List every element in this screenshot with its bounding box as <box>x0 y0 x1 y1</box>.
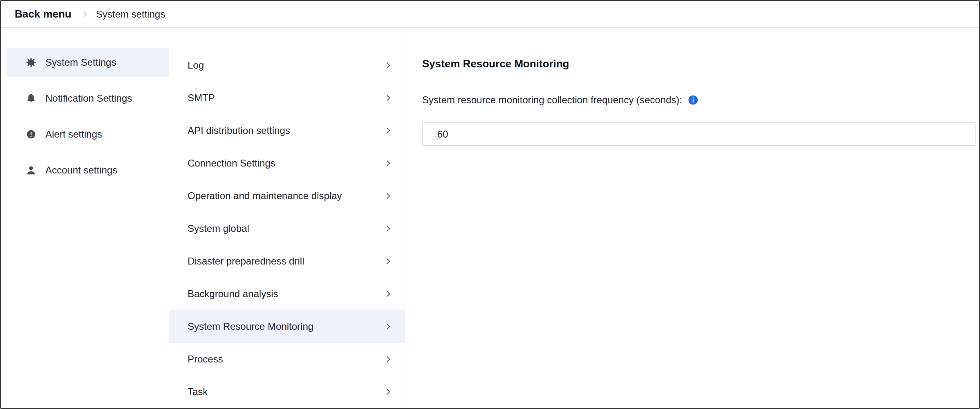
menu-item-label: Connection Settings <box>188 158 275 169</box>
menu-item-disaster-preparedness-drill[interactable]: Disaster preparedness drill <box>169 245 405 278</box>
menu-item-label: Background analysis <box>188 288 278 300</box>
menu-item-label: API distribution settings <box>188 125 290 136</box>
chevron-right-icon <box>384 322 392 331</box>
chevron-right-icon <box>384 355 392 363</box>
menu-item-system-resource-monitoring[interactable]: System Resource Monitoring <box>169 310 405 343</box>
chevron-right-icon <box>384 159 392 167</box>
chevron-right-icon <box>384 257 392 265</box>
chevron-right-icon <box>384 388 392 396</box>
menu-item-label: Operation and maintenance display <box>188 190 342 202</box>
menu-item-system-global[interactable]: System global <box>169 212 405 245</box>
sidebar-item-account-settings[interactable]: Account settings <box>7 156 169 185</box>
sidebar: System Settings Notification Settings <box>1 28 169 408</box>
sidebar-item-label: Notification Settings <box>45 93 132 104</box>
menu-item-label: Process <box>188 353 223 365</box>
menu-item-log[interactable]: Log <box>169 49 405 82</box>
chevron-right-icon <box>384 225 392 233</box>
chevron-right-icon <box>384 290 392 298</box>
chevron-right-icon <box>384 192 392 200</box>
chevron-right-icon <box>384 94 392 102</box>
sidebar-item-label: System Settings <box>45 57 116 68</box>
bell-icon <box>26 93 36 104</box>
sidebar-item-label: Alert settings <box>45 129 102 140</box>
sidebar-item-label: Account settings <box>45 164 117 176</box>
menu-item-smtp[interactable]: SMTP <box>169 82 405 114</box>
menu-item-background-analysis[interactable]: Background analysis <box>169 278 405 310</box>
sidebar-item-alert-settings[interactable]: Alert settings <box>7 120 169 149</box>
chevron-right-icon <box>384 61 392 69</box>
menu-item-label: Log <box>188 60 204 71</box>
info-circle-icon[interactable] <box>688 95 698 105</box>
menu-item-label: Task <box>188 386 208 398</box>
chevron-right-icon <box>384 127 392 135</box>
sidebar-item-system-settings[interactable]: System Settings <box>7 48 169 77</box>
menu-item-process[interactable]: Process <box>169 343 405 376</box>
frequency-input[interactable] <box>422 122 976 146</box>
menu-item-api-distribution-settings[interactable]: API distribution settings <box>169 114 405 147</box>
menu-item-label: System Resource Monitoring <box>188 321 313 332</box>
breadcrumb-back-link[interactable]: Back menu <box>15 8 72 20</box>
menu-item-task[interactable]: Task <box>169 376 405 408</box>
menu-item-connection-settings[interactable]: Connection Settings <box>169 147 405 180</box>
alert-circle-icon <box>26 129 36 140</box>
frequency-field-label: System resource monitoring collection fr… <box>422 94 682 106</box>
body-row: System Settings Notification Settings <box>1 28 979 408</box>
chevron-right-separator-icon <box>81 11 89 18</box>
menu-item-label: System global <box>188 223 249 234</box>
breadcrumb: Back menu System settings <box>1 1 979 28</box>
user-icon <box>26 165 36 176</box>
page-title: System Resource Monitoring <box>422 58 976 70</box>
sidebar-item-notification-settings[interactable]: Notification Settings <box>7 84 169 113</box>
settings-page: Back menu System settings <box>0 0 980 409</box>
field-label-row: System resource monitoring collection fr… <box>422 94 976 106</box>
breadcrumb-current: System settings <box>96 9 165 20</box>
menu-item-label: SMTP <box>188 92 215 104</box>
menu-item-label: Disaster preparedness drill <box>188 256 304 267</box>
menu-item-operation-and-maintenance-display[interactable]: Operation and maintenance display <box>169 180 405 212</box>
gear-icon <box>26 57 36 68</box>
settings-menu: Log SMTP API distribution settings Conne… <box>169 28 405 408</box>
main-content: System Resource Monitoring System resour… <box>405 28 979 408</box>
